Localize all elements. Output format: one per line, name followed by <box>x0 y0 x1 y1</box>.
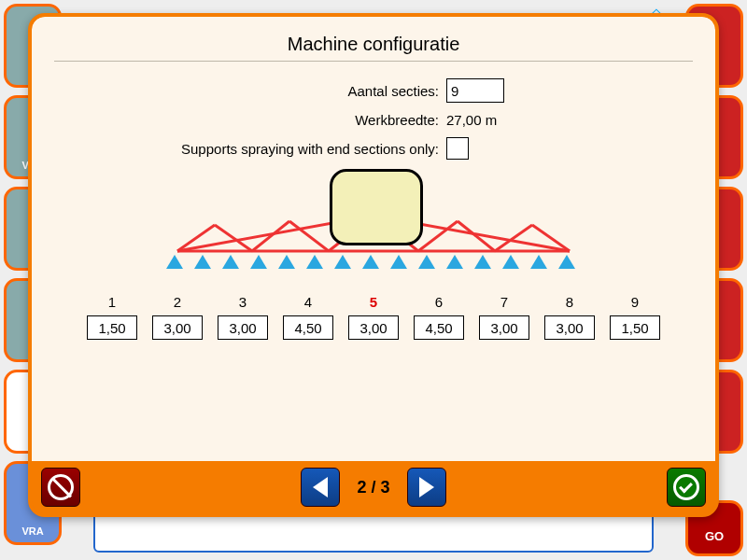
sidebar-label: VRA <box>7 525 59 537</box>
arrow-right-icon <box>419 477 434 497</box>
nozzle-icon <box>334 255 351 269</box>
section-number: 3 <box>217 294 269 310</box>
section-column: 5 <box>347 294 400 340</box>
section-width-input[interactable] <box>610 315 660 340</box>
ok-button[interactable] <box>667 468 706 507</box>
section-widths: 123456789 <box>54 294 693 340</box>
modal-footer: 2 / 3 <box>32 461 715 513</box>
nozzle-icon <box>362 255 379 269</box>
width-label: Werkbreedte: <box>131 112 446 128</box>
nozzle-icon <box>390 255 407 269</box>
end-sections-checkbox[interactable] <box>446 137 469 160</box>
section-number: 7 <box>478 294 530 310</box>
boom-diagram <box>112 169 635 281</box>
section-width-input[interactable] <box>348 315 399 340</box>
tank-icon <box>330 169 423 245</box>
sections-input[interactable] <box>446 78 504 103</box>
section-number: 9 <box>609 294 661 310</box>
section-column: 3 <box>217 294 269 340</box>
nozzle-icon <box>558 255 575 269</box>
nozzle-icon <box>194 255 211 269</box>
section-column: 1 <box>86 294 138 340</box>
section-width-input[interactable] <box>414 315 464 340</box>
section-column: 7 <box>478 294 530 340</box>
section-number: 8 <box>543 294 596 310</box>
section-column: 8 <box>543 294 596 340</box>
section-width-input[interactable] <box>544 315 595 340</box>
section-width-input[interactable] <box>283 315 333 340</box>
nozzle-icon <box>306 255 323 269</box>
nozzle-icon <box>278 255 295 269</box>
machine-config-modal: Machine configuratie Aantal secties: Wer… <box>28 13 719 517</box>
ok-icon <box>673 474 699 500</box>
width-value: 27,00 m <box>446 112 497 128</box>
sections-label: Aantal secties: <box>131 83 446 99</box>
section-number: 4 <box>282 294 334 310</box>
arrow-left-icon <box>313 477 328 497</box>
config-form: Aantal secties: Werkbreedte: 27,00 m Sup… <box>131 78 616 160</box>
nozzle-icon <box>222 255 239 269</box>
nozzle-icon <box>166 255 183 269</box>
section-width-input[interactable] <box>152 315 203 340</box>
section-number: 5 <box>347 294 400 310</box>
section-column: 9 <box>609 294 661 340</box>
section-number: 1 <box>86 294 138 310</box>
nozzle-icon <box>474 255 491 269</box>
section-column: 4 <box>282 294 334 340</box>
cancel-button[interactable] <box>41 468 80 507</box>
section-column: 2 <box>151 294 204 340</box>
nozzle-icon <box>446 255 463 269</box>
nozzle-icon <box>250 255 267 269</box>
section-width-input[interactable] <box>479 315 529 340</box>
section-number: 2 <box>151 294 204 310</box>
modal-title: Machine configuratie <box>54 26 693 61</box>
nozzle-icon <box>530 255 547 269</box>
section-column: 6 <box>413 294 465 340</box>
cancel-icon <box>48 474 74 500</box>
page-indicator: 2 / 3 <box>357 478 389 497</box>
end-sections-label: Supports spraying with end sections only… <box>131 141 446 157</box>
section-number: 6 <box>413 294 465 310</box>
section-width-input[interactable] <box>87 315 137 340</box>
divider <box>54 61 693 62</box>
nozzle-icon <box>418 255 435 269</box>
nozzle-icon <box>502 255 519 269</box>
prev-button[interactable] <box>301 468 340 507</box>
next-button[interactable] <box>407 468 446 507</box>
section-width-input[interactable] <box>218 315 268 340</box>
